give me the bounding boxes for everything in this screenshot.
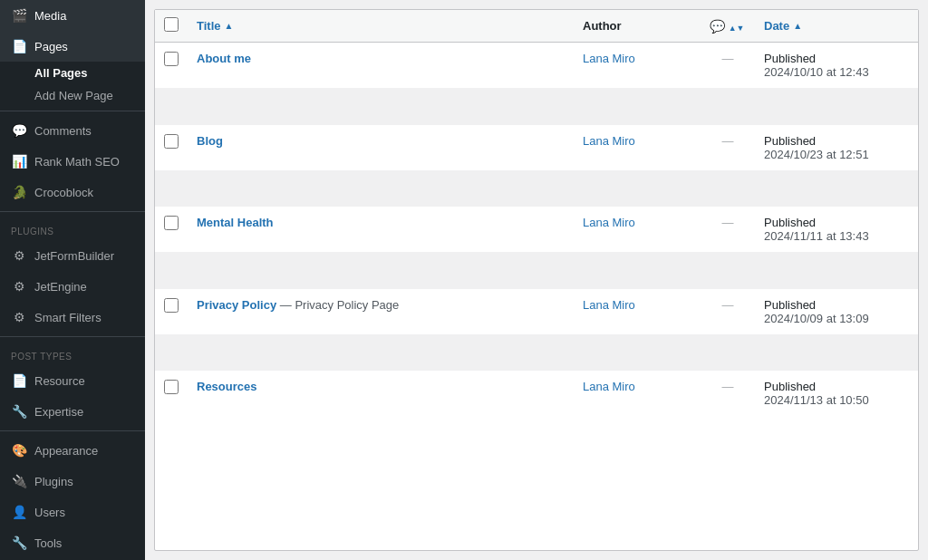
page-title-link[interactable]: Privacy Policy — [197, 298, 276, 312]
sidebar-item-label: Appearance — [34, 444, 98, 458]
author-link[interactable]: Lana Miro — [583, 52, 635, 65]
divider-1 — [0, 111, 145, 111]
row-spacer — [155, 253, 918, 289]
date-value: 2024/11/13 at 10:50 — [764, 393, 869, 407]
sidebar-item-crocoblock[interactable]: 🐊 Crocoblock — [0, 177, 145, 208]
page-title-link[interactable]: About me — [197, 52, 251, 65]
sidebar-item-tools[interactable]: 🔧 Tools — [0, 527, 145, 558]
row-checkbox[interactable] — [164, 216, 179, 230]
row-checkbox-cell — [155, 289, 188, 335]
section-label-post-types: POST TYPES — [0, 341, 145, 365]
select-all-header — [155, 10, 188, 43]
date-status: Published — [764, 298, 816, 312]
row-title-cell: Resources — [188, 371, 574, 416]
date-value: 2024/10/09 at 13:09 — [764, 312, 869, 325]
comments-dash: — — [722, 216, 734, 229]
row-date-cell: Published 2024/10/09 at 13:09 — [755, 289, 918, 335]
sidebar-item-label: Rank Math SEO — [34, 155, 120, 169]
sidebar-subitem-label: Add New Page — [34, 89, 113, 102]
pages-icon: 📄 — [11, 38, 27, 54]
author-link[interactable]: Lana Miro — [583, 380, 635, 393]
title-sort-link[interactable]: Title ▲ — [197, 19, 565, 33]
table-row: Resources Lana Miro — Published 2024/11/… — [155, 371, 918, 416]
section-label-plugins: PLUGINS — [0, 216, 145, 240]
row-checkbox-cell — [155, 207, 188, 253]
date-sort-arrow: ▲ — [793, 21, 802, 31]
sidebar-item-media[interactable]: 🎬 Media — [0, 0, 145, 31]
sidebar-item-plugins[interactable]: 🔌 Plugins — [0, 466, 145, 497]
row-checkbox-cell — [155, 125, 188, 171]
tools-icon: 🔧 — [11, 535, 27, 551]
smart-filters-icon: ⚙ — [11, 309, 27, 325]
row-checkbox[interactable] — [164, 52, 179, 66]
row-checkbox-cell — [155, 371, 188, 416]
row-author-cell: Lana Miro — [574, 289, 701, 335]
divider-4 — [0, 430, 145, 431]
row-checkbox-cell — [155, 43, 188, 89]
comments-dash: — — [722, 52, 734, 65]
sidebar-item-label: JetFormBuilder — [34, 249, 114, 263]
sidebar-item-appearance[interactable]: 🎨 Appearance — [0, 435, 145, 466]
sidebar-item-label: Plugins — [34, 475, 73, 488]
divider-3 — [0, 336, 145, 337]
author-link[interactable]: Lana Miro — [583, 298, 635, 312]
title-column-header[interactable]: Title ▲ — [188, 10, 574, 43]
comments-column-header: 💬 ▲▼ — [701, 10, 755, 43]
sidebar-item-comments[interactable]: 💬 Comments — [0, 115, 145, 146]
row-author-cell: Lana Miro — [574, 371, 701, 416]
sidebar-item-all-pages[interactable]: All Pages — [0, 62, 145, 84]
page-title-link[interactable]: Mental Health — [197, 216, 274, 229]
row-title-cell: Privacy Policy — Privacy Policy Page — [188, 289, 574, 335]
sidebar-item-label: Smart Filters — [34, 311, 102, 324]
row-title-cell: Blog — [188, 125, 574, 171]
sidebar-item-add-new-page[interactable]: Add New Page — [0, 84, 145, 107]
author-link[interactable]: Lana Miro — [583, 216, 635, 229]
sidebar-item-pages[interactable]: 📄 Pages — [0, 31, 145, 62]
divider-2 — [0, 211, 145, 212]
comments-icon: 💬 — [11, 122, 27, 139]
row-title-cell: About me — [188, 43, 574, 89]
table-row: About me Lana Miro — Published 2024/10/1… — [155, 43, 918, 89]
jetengine-icon: ⚙ — [11, 278, 27, 294]
sidebar-item-resource[interactable]: 📄 Resource — [0, 365, 145, 396]
sidebar-item-jetformbuilder[interactable]: ⚙ JetFormBuilder — [0, 240, 145, 271]
expertise-icon: 🔧 — [11, 403, 27, 420]
sidebar-item-users[interactable]: 👤 Users — [0, 497, 145, 527]
author-column-header: Author — [574, 10, 701, 43]
page-title-link[interactable]: Blog — [197, 134, 223, 148]
row-author-cell: Lana Miro — [574, 125, 701, 171]
date-status: Published — [764, 134, 816, 148]
date-column-header[interactable]: Date ▲ — [755, 10, 918, 43]
row-date-cell: Published 2024/10/23 at 12:51 — [755, 125, 918, 171]
jetformbuilder-icon: ⚙ — [11, 247, 27, 264]
row-date-cell: Published 2024/10/10 at 12:43 — [755, 43, 918, 89]
select-all-checkbox[interactable] — [164, 17, 179, 32]
sidebar-item-label: JetEngine — [34, 280, 87, 294]
page-title-link[interactable]: Resources — [197, 380, 256, 393]
row-comments-cell: — — [701, 371, 755, 416]
row-comments-cell: — — [701, 289, 755, 335]
row-author-cell: Lana Miro — [574, 207, 701, 253]
crocoblock-icon: 🐊 — [11, 184, 27, 200]
row-date-cell: Published 2024/11/11 at 13:43 — [755, 207, 918, 253]
row-author-cell: Lana Miro — [574, 43, 701, 89]
row-title-cell: Mental Health — [188, 207, 574, 253]
author-link[interactable]: Lana Miro — [583, 134, 635, 148]
sidebar-item-expertise[interactable]: 🔧 Expertise — [0, 396, 145, 427]
sidebar-item-label: Pages — [34, 40, 68, 53]
sidebar-item-label: Resource — [34, 374, 85, 388]
sidebar-item-smart-filters[interactable]: ⚙ Smart Filters — [0, 302, 145, 333]
sidebar-item-label: Users — [34, 506, 65, 519]
comments-dash: — — [722, 134, 734, 148]
date-status: Published — [764, 380, 816, 393]
plugins-icon: 🔌 — [11, 473, 27, 489]
row-checkbox[interactable] — [164, 298, 179, 313]
date-sort-link[interactable]: Date ▲ — [764, 19, 909, 33]
sidebar-item-rank-math[interactable]: 📊 Rank Math SEO — [0, 146, 145, 177]
sidebar-item-jetengine[interactable]: ⚙ JetEngine — [0, 271, 145, 302]
row-checkbox[interactable] — [164, 380, 179, 394]
comments-dash: — — [722, 298, 734, 312]
sidebar: 🎬 Media 📄 Pages All Pages Add New Page 💬… — [0, 0, 145, 560]
table-row: Blog Lana Miro — Published 2024/10/23 at… — [155, 125, 918, 171]
row-checkbox[interactable] — [164, 134, 179, 149]
